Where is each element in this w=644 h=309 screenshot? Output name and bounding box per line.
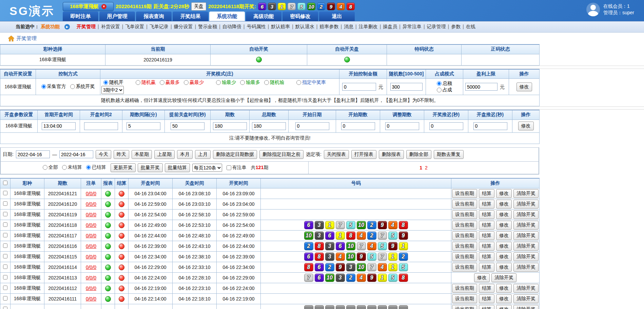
row-checkbox[interactable] [3,286,7,290]
tab-系统功能[interactable]: 系统功能 [209,12,245,21]
submenu-item-自动降倍[interactable]: 自动降倍 [222,24,242,29]
row-checkbox[interactable] [3,212,7,216]
bets-link[interactable]: 0/0/0 [86,201,96,207]
submenu-item-赔率参数[interactable]: 赔率参数 [319,24,339,29]
report-status-light[interactable] [105,212,111,218]
report-status-light[interactable] [105,191,111,197]
date-button-本月[interactable]: 本月 [177,150,193,159]
bets-link[interactable]: 0/0/0 [86,243,96,249]
radio-输最多[interactable] [240,80,245,85]
settle-status-light[interactable] [119,212,124,218]
radio-赢最多[interactable] [160,80,164,85]
bets-link[interactable]: 0/0/0 [86,296,96,302]
op-button-结算[interactable]: 结算 [479,294,494,303]
settle-status-light[interactable] [119,201,124,207]
submenu-item-警示金额[interactable]: 警示金额 [197,24,218,29]
submenu-item-开奖管理[interactable]: 开奖管理 [76,24,96,29]
report-button-删除报表[interactable]: 删除报表 [379,150,404,159]
radio-option-采集官方[interactable]: 采集官方 [41,84,66,90]
row-checkbox[interactable] [3,222,7,227]
radio-指定中奖率[interactable] [296,80,301,85]
bets-link[interactable]: 0/0/0 [86,286,96,291]
start-amount-input[interactable] [342,83,376,91]
param-input-9[interactable] [429,122,463,130]
report-status-light[interactable] [105,222,111,228]
op-button-修改[interactable]: 修改 [474,273,490,282]
param-input-5[interactable] [252,122,286,130]
op-button-清除开奖[interactable]: 清除开奖 [513,305,539,309]
bets-link[interactable]: 0/0/0 [86,233,96,238]
tab-高级功能[interactable]: 高级功能 [246,12,281,21]
op-button-结算[interactable]: 结算 [479,284,494,293]
op-button-结算[interactable]: 结算 [479,231,494,240]
close-market-button[interactable]: 关盘 [191,2,206,11]
param-input-8[interactable] [385,122,419,130]
row-checkbox[interactable] [3,307,7,309]
radio-option-赢最少[interactable]: 赢最少 [184,79,204,86]
row-checkbox[interactable] [3,201,7,206]
row-checkbox[interactable] [3,191,7,195]
date-from-input[interactable] [16,150,50,158]
report-button-打开报表[interactable]: 打开报表 [351,150,376,159]
report-button-关闭报表[interactable]: 关闭报表 [324,150,349,159]
row-checkbox[interactable] [3,243,7,248]
op-button-清除开奖[interactable]: 清除开奖 [513,284,539,293]
radio-随机开[interactable] [103,80,108,85]
tab-报表查询[interactable]: 报表查询 [136,12,172,21]
report-button-删除全部[interactable]: 删除全部 [406,150,431,159]
modify-params-button[interactable]: 修改 [518,122,534,130]
op-button-清除开奖[interactable]: 清除开奖 [513,294,539,303]
row-checkbox[interactable] [3,254,7,258]
modify-auto-draw-button[interactable]: 修改 [516,83,532,91]
param-input-1[interactable] [84,122,118,130]
submenu-item-补货设置[interactable]: 补货设置 [100,24,121,29]
lottery-selector[interactable]: 168幸運飛艇 ▼ [63,2,114,11]
profit-limit-input[interactable] [465,83,497,91]
op-button-修改[interactable]: 修改 [496,284,512,293]
submenu-item-参数[interactable]: 参数 [450,24,461,29]
op-button-清除开奖[interactable]: 清除开奖 [513,189,539,198]
date-button-昨天[interactable]: 昨天 [114,150,129,159]
tab-密码修改[interactable]: 密码修改 [282,12,318,21]
radio-赢最少[interactable] [184,80,189,85]
param-input-7[interactable] [341,122,375,130]
bets-link[interactable]: 0/0/0 [86,191,96,196]
has-bets-filter[interactable]: 有注单 [227,165,247,171]
date-to-input[interactable] [59,150,93,158]
date-button-上星期[interactable]: 上星期 [154,150,175,159]
radio-随机输[interactable] [264,80,269,85]
page-link-2[interactable]: 2 [425,165,428,170]
op-button-清除开奖[interactable]: 清除开奖 [513,231,539,240]
page-size-select[interactable]: 每页120条 [192,164,222,172]
settle-status-light[interactable] [119,286,124,291]
op-button-清除开奖[interactable]: 清除开奖 [513,252,539,261]
op-button-设当前期[interactable]: 设当前期 [452,221,477,230]
op-button-修改[interactable]: 修改 [496,305,512,309]
op-button-结算[interactable]: 结算 [479,200,494,208]
op-button-结算[interactable]: 结算 [479,242,494,251]
radio-option-输最多[interactable]: 输最多 [240,79,260,86]
tab-用户管理[interactable]: 用户管理 [99,12,135,21]
op-button-结算[interactable]: 结算 [479,263,494,272]
submenu-item-默认退水[interactable]: 默认退水 [295,24,315,29]
submenu-item-操盘员[interactable]: 操盘员 [382,24,398,29]
report-status-light[interactable] [105,265,111,270]
submenu-item-飞单设置[interactable]: 飞单设置 [124,24,145,29]
tab-退出[interactable]: 退出 [319,12,355,21]
radio-option-总额[interactable]: 总额 [437,80,452,87]
radio-option-占成[interactable]: 占成 [437,87,452,93]
submenu-item-注单删改[interactable]: 注单删改 [358,24,378,29]
action-button-批量结算[interactable]: 批量结算 [165,163,190,172]
auto-open-close-status-light[interactable] [344,57,350,62]
op-button-设当前期[interactable]: 设当前期 [452,189,477,198]
radio-option-随机输[interactable]: 随机输 [264,79,284,86]
settle-status-light[interactable] [119,254,124,260]
page-link-1[interactable]: 1 [419,165,422,170]
radio-全部[interactable] [43,165,47,170]
radio-占成[interactable] [437,88,442,92]
action-button-更新开奖[interactable]: 更新开奖 [111,163,136,172]
op-button-清除开奖[interactable]: 清除开奖 [513,221,539,230]
op-button-设当前期[interactable]: 设当前期 [452,200,477,208]
op-button-结算[interactable]: 结算 [479,221,494,230]
radio-option-指定中奖率[interactable]: 指定中奖率 [296,79,326,86]
